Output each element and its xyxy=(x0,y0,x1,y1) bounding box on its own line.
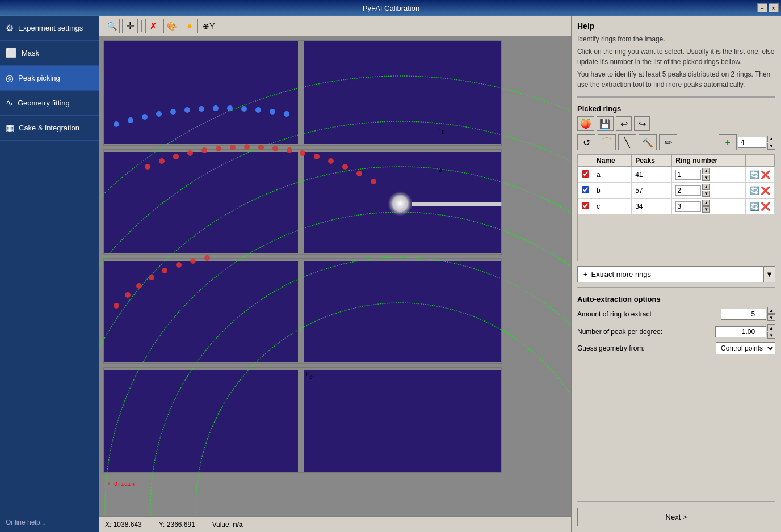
status-bar: X: 1038.643 Y: 2366.691 Value: n/a xyxy=(99,516,571,532)
sidebar-item-geometry-fitting[interactable]: ∿ Geometry fitting xyxy=(0,91,99,116)
ring-num-input-c[interactable] xyxy=(675,201,701,212)
ring-num-up-a[interactable]: ▲ xyxy=(702,168,710,174)
minimize-button[interactable]: − xyxy=(757,3,767,12)
online-help-link[interactable]: Online help... xyxy=(0,513,99,532)
sidebar-item-experiment-settings[interactable]: ⚙ Experiment settings xyxy=(0,16,99,41)
guess-geometry-select[interactable]: Control points Previous fit xyxy=(716,342,775,354)
undo-action-btn[interactable]: ↩ xyxy=(616,116,632,131)
ring-number-input[interactable] xyxy=(738,137,766,148)
svg-point-20 xyxy=(145,164,150,170)
peaks-per-degree-input[interactable] xyxy=(715,326,766,337)
sidebar-item-cake-integration[interactable]: ▦ Cake & integration xyxy=(0,116,99,141)
value-label-text: Value: xyxy=(212,521,231,529)
extract-dropdown-arrow[interactable]: ▼ xyxy=(763,267,775,282)
right-panel: Help Identify rings from the image. Clic… xyxy=(571,16,781,532)
ring-num-down-c[interactable]: ▼ xyxy=(702,206,710,213)
svg-rect-13 xyxy=(298,41,304,472)
svg-rect-6 xyxy=(104,259,300,364)
ring-num-input-b[interactable] xyxy=(675,185,701,196)
extract-more-rings-button[interactable]: + Extract more rings ▼ xyxy=(577,266,775,282)
col-actions xyxy=(746,155,775,167)
ring-num-up[interactable]: ▲ xyxy=(767,136,775,142)
option-ring-count-row: Amount of ring to extract ▲ ▼ xyxy=(577,307,775,321)
help-para-2: Click on the ring you want to select. Us… xyxy=(577,47,775,67)
curve-tool-btn[interactable]: ⌒ xyxy=(598,134,616,150)
pencil-tool-btn[interactable]: ✏ xyxy=(659,134,677,150)
sidebar-item-label: Mask xyxy=(22,49,39,57)
experiment-settings-icon: ⚙ xyxy=(6,23,14,33)
ring-delete-b[interactable]: ❌ xyxy=(760,185,771,196)
redo-action-btn[interactable]: ↪ xyxy=(634,116,650,131)
svg-point-22 xyxy=(173,154,179,159)
sidebar-item-peak-picking[interactable]: ◎ Peak picking xyxy=(0,66,99,91)
ring-delete-a[interactable]: ❌ xyxy=(760,170,771,180)
svg-point-39 xyxy=(114,121,119,127)
svg-point-24 xyxy=(201,147,207,153)
ring-count-up[interactable]: ▲ xyxy=(767,307,775,314)
ring-num-down-a[interactable]: ▼ xyxy=(702,175,710,181)
y-label-text: Y: xyxy=(159,521,165,529)
undo-btn[interactable]: 🍑 xyxy=(577,116,594,131)
circle-button[interactable]: ● xyxy=(182,19,198,33)
col-check xyxy=(578,155,593,167)
ring-num-input-a[interactable] xyxy=(675,170,701,180)
svg-point-36 xyxy=(371,179,376,184)
ring-delete-c[interactable]: ❌ xyxy=(760,201,771,212)
ring-name-c: c xyxy=(593,199,632,214)
delete-button[interactable]: ✗ xyxy=(145,19,161,33)
sidebar-item-mask[interactable]: ⬜ Mask xyxy=(0,41,99,66)
ring-num-up-b[interactable]: ▲ xyxy=(702,184,710,190)
sidebar-item-label: Experiment settings xyxy=(18,24,83,32)
ring-count-input[interactable] xyxy=(721,309,766,320)
svg-point-47 xyxy=(227,105,233,111)
svg-rect-7 xyxy=(301,259,501,364)
ring-count-down[interactable]: ▼ xyxy=(767,314,775,321)
option-peaks-per-degree-row: Number of peak per degree: ▲ ▼ xyxy=(577,324,775,339)
ring-checkbox-b[interactable] xyxy=(582,186,589,193)
ring-refresh-a[interactable]: 🔄 xyxy=(749,170,760,180)
save-btn[interactable]: 💾 xyxy=(597,116,614,131)
peaks-per-degree-up[interactable]: ▲ xyxy=(767,324,775,331)
picked-rings-title: Picked rings xyxy=(577,104,775,113)
ring-refresh-c[interactable]: 🔄 xyxy=(749,201,760,212)
svg-point-61 xyxy=(176,262,182,268)
mask-icon: ⬜ xyxy=(6,48,17,58)
sidebar-item-label: Peak picking xyxy=(18,74,60,82)
ring-checkbox-c[interactable] xyxy=(582,202,589,209)
geometry-fitting-icon: ∿ xyxy=(6,98,13,108)
svg-point-32 xyxy=(314,154,320,159)
value-value: n/a xyxy=(233,521,242,529)
add-ring-btn[interactable]: + xyxy=(719,134,737,150)
svg-point-33 xyxy=(328,158,334,164)
option-ring-count-label: Amount of ring to extract xyxy=(577,310,721,318)
ring-name-a: a xyxy=(593,167,632,183)
crosshair-button[interactable]: ⊕Y xyxy=(200,19,217,33)
x-value: 1038.643 xyxy=(114,521,142,529)
ring-num-down-b[interactable]: ▼ xyxy=(702,191,710,197)
pan-button[interactable]: ✛ xyxy=(122,19,138,33)
svg-text:c: c xyxy=(309,374,313,380)
sidebar-item-label: Geometry fitting xyxy=(18,99,70,107)
svg-point-57 xyxy=(125,292,131,298)
window-title: PyFAI Calibration xyxy=(25,4,757,12)
option-guess-geometry-row: Guess geometry from: Control points Prev… xyxy=(577,342,775,354)
next-button[interactable]: Next > xyxy=(577,508,775,526)
ring-num-up-c[interactable]: ▲ xyxy=(702,200,710,206)
svg-rect-9 xyxy=(301,368,501,472)
svg-text:b: b xyxy=(441,129,445,135)
svg-point-42 xyxy=(156,111,162,117)
ring-num-down[interactable]: ▼ xyxy=(767,143,775,150)
ring-checkbox-a[interactable] xyxy=(582,170,589,178)
erase-tool-btn[interactable]: 🔨 xyxy=(639,134,657,150)
zoom-button[interactable]: 🔍 xyxy=(104,19,120,33)
color-button[interactable]: 🎨 xyxy=(163,19,179,33)
ring-refresh-b[interactable]: 🔄 xyxy=(749,185,760,196)
line-tool-btn[interactable]: ╲ xyxy=(618,134,636,150)
cake-integration-icon: ▦ xyxy=(6,123,14,133)
svg-point-34 xyxy=(342,164,348,170)
close-button[interactable]: × xyxy=(769,3,779,12)
arc-tool-btn[interactable]: ↺ xyxy=(577,134,595,150)
ring-peaks-c: 34 xyxy=(632,199,672,214)
table-row-a: a41▲▼🔄❌ xyxy=(578,167,775,183)
peaks-per-degree-down[interactable]: ▼ xyxy=(767,332,775,339)
